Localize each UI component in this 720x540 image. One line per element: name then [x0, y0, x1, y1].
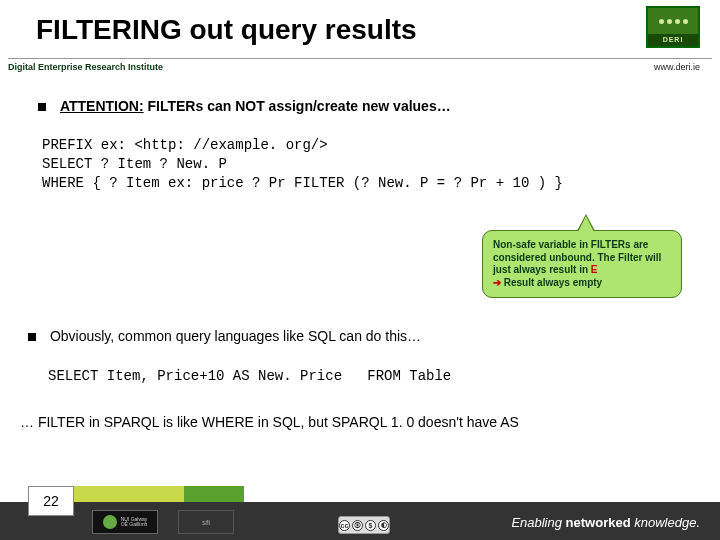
- deri-logo-label: DERI: [648, 34, 698, 46]
- sfi-logo: sfi: [178, 510, 234, 534]
- bullet-obviously: Obviously, common query languages like S…: [28, 328, 421, 344]
- bullet-icon: [38, 103, 46, 111]
- sql-code: SELECT Item, Price+10 AS New. Price FROM…: [48, 368, 451, 384]
- tagline: Enabling networked knowledge.: [511, 515, 700, 530]
- arrow-icon: ➔: [493, 277, 501, 288]
- bullet2-text: Obviously, common query languages like S…: [50, 328, 421, 344]
- sparql-code: PREFIX ex: <http: //example. org/> SELEC…: [42, 136, 563, 193]
- site-url: www.deri.ie: [654, 62, 700, 72]
- attention-text: FILTERs can NOT assign/create new values…: [144, 98, 451, 114]
- divider: [8, 58, 712, 59]
- bullet-attention: ATTENTION: FILTERs can NOT assign/create…: [38, 98, 451, 114]
- footnote: … FILTER in SPARQL is like WHERE in SQL,…: [20, 414, 519, 430]
- callout-e: E: [591, 264, 598, 275]
- deri-logo: DERI: [646, 6, 700, 48]
- nuig-logo: NUI GalwayOÉ Gaillimh: [92, 510, 158, 534]
- cc-license-icon: cc⦿$◐: [338, 516, 390, 534]
- footer-accent: [74, 486, 244, 502]
- attention-label: ATTENTION:: [60, 98, 144, 114]
- page-number: 22: [28, 486, 74, 516]
- slide: FILTERING out query results DERI Digital…: [0, 0, 720, 540]
- page-title: FILTERING out query results: [36, 14, 417, 46]
- callout-text-1: Non-safe variable in FILTERs are conside…: [493, 239, 661, 275]
- callout: Non-safe variable in FILTERs are conside…: [482, 230, 682, 298]
- callout-text-2: Result always empty: [501, 277, 602, 288]
- bullet-icon: [28, 333, 36, 341]
- institute-name: Digital Enterprise Research Institute: [8, 62, 163, 72]
